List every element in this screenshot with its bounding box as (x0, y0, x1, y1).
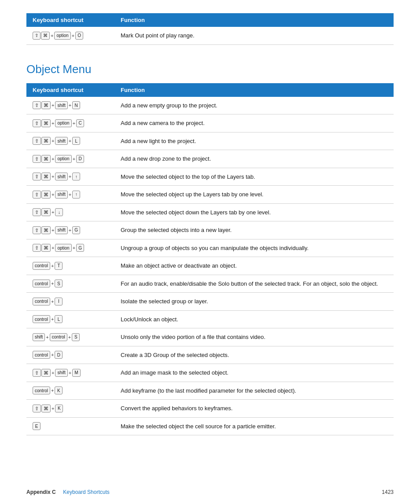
plus-sign: + (51, 298, 54, 305)
table-row: ⇧⌘+option+DAdd a new drop zone to the pr… (26, 150, 394, 168)
key-s: S (55, 280, 63, 287)
function-cell: Group the selected objects into a new la… (114, 221, 394, 239)
key-control: control (50, 333, 67, 341)
key-symbol: ⇧ (33, 244, 41, 252)
shortcut-cell: ⇧⌘+shift+M (26, 364, 114, 382)
function-cell: Add keyframe (to the last modified param… (114, 382, 394, 400)
plus-sign: + (68, 173, 72, 180)
key-option: option (55, 155, 71, 163)
function-cell: For an audio track, enable/disable the S… (114, 275, 394, 293)
function-cell: Lock/Unlock an object. (114, 310, 394, 328)
appendix-label: Appendix C (26, 489, 56, 495)
table-row: control+IIsolate the selected group or l… (26, 293, 394, 311)
shortcut-cell: ⇧⌘+shift+N (26, 97, 114, 114)
table-row: control+TMake an object active or deacti… (26, 257, 394, 275)
key-symbol: ⇧ (33, 191, 41, 199)
key-symbol: ⌘ (41, 101, 51, 109)
function-cell: Convert the applied behaviors to keyfram… (114, 400, 394, 418)
key-combo: control+S (33, 280, 108, 287)
shortcut-cell: control+I (26, 293, 114, 311)
plus-sign: + (51, 262, 54, 270)
key-k: K (55, 386, 63, 394)
key-symbol: ⇧ (33, 155, 41, 163)
plus-sign: + (51, 244, 55, 252)
section-heading: Object Menu (26, 63, 394, 76)
plus-sign: + (68, 227, 72, 234)
key-control: control (33, 386, 50, 394)
key-symbol: ⇧ (33, 137, 41, 145)
key-combo: ⇧⌘+shift+N (33, 101, 108, 109)
key-g: G (72, 226, 80, 234)
plus-sign: + (72, 120, 76, 127)
key-option: option (55, 119, 71, 127)
function-cell: Add a new drop zone to the project. (114, 150, 394, 168)
plus-sign: + (51, 280, 54, 287)
key-symbol: ⇧ (33, 101, 41, 109)
function-cell: Add a new light to the project. (114, 132, 394, 150)
shortcut-cell: ⇧⌘+option+G (26, 239, 114, 257)
key-combo: ⇧⌘+shift+L (33, 137, 108, 145)
plus-sign: + (72, 155, 76, 163)
key-shift: shift (33, 333, 45, 341)
key-shift: shift (55, 191, 67, 199)
table-row: ⇧⌘+shift+LAdd a new light to the project… (26, 132, 394, 150)
function-cell: Mark Out point of play range. (114, 27, 394, 44)
shortcut-cell: control+S (26, 275, 114, 293)
plus-sign: + (50, 32, 54, 40)
key-t: T (55, 262, 63, 270)
plus-sign: + (51, 387, 54, 394)
key-shift: shift (55, 226, 67, 234)
shortcut-cell: E (26, 417, 114, 435)
shortcut-cell: control+K (26, 382, 114, 400)
key-symbol: ⇧ (33, 119, 41, 127)
key-combo: ⇧⌘+↓ (33, 208, 108, 216)
key-shift: shift (55, 173, 67, 180)
key-symbol: ⌘ (41, 369, 51, 377)
plus-sign: + (51, 369, 55, 377)
shortcut-cell: control+L (26, 310, 114, 328)
key-cmd: ⌘ (41, 32, 50, 40)
key-control: control (33, 351, 50, 359)
key-combo: shift+control+S (33, 333, 108, 341)
function-cell: Make the selected object the cell source… (114, 417, 394, 435)
key-symbol: ⇧ (33, 369, 41, 377)
shortcut-cell: ⇧⌘+shift+L (26, 132, 114, 150)
plus-sign: + (68, 137, 72, 145)
key-↑: ↑ (72, 191, 80, 199)
appendix-link: Keyboard Shortcuts (63, 489, 109, 495)
key-combo: control+I (33, 298, 108, 305)
key-combo: ⇧⌘+option+C (33, 119, 108, 127)
shortcut-cell: ⇧⌘+↓ (26, 203, 114, 221)
key-symbol: ⌘ (41, 155, 51, 163)
shortcut-cell: ⇧⌘+K (26, 400, 114, 418)
shortcut-cell: ⇧⌘+shift+↑ (26, 186, 114, 204)
function-cell: Make an object active or deactivate an o… (114, 257, 394, 275)
plus-sign: + (51, 209, 55, 216)
key-option: option (55, 244, 71, 252)
shortcut-cell: shift+control+S (26, 328, 114, 346)
shortcut-cell: control+D (26, 346, 114, 364)
plus-sign: + (51, 351, 54, 359)
function-cell: Ungroup a group of objects so you can ma… (114, 239, 394, 257)
key-symbol: ⌘ (41, 405, 51, 412)
key-shift: shift (55, 369, 67, 377)
table-row: shift+control+SUnsolo only the video por… (26, 328, 394, 346)
key-e: E (33, 422, 41, 430)
key-combo: ⇧⌘+K (33, 405, 108, 412)
table-row: control+KAdd keyframe (to the last modif… (26, 382, 394, 400)
key-symbol: ⌘ (41, 244, 51, 252)
table-row: ⇧⌘+↓Move the selected object down the La… (26, 203, 394, 221)
table-row: ⇧⌘+shift+↑Move the selected object up th… (26, 186, 394, 204)
key-symbol: ⌘ (41, 208, 51, 216)
key-symbol: ⇧ (33, 208, 41, 216)
key-control: control (33, 280, 50, 287)
key-o: O (75, 32, 83, 40)
plus-sign: + (68, 334, 71, 341)
plus-sign: + (51, 137, 55, 145)
key-combo: control+L (33, 315, 108, 323)
key-combo: ⇧⌘+shift+↑ (33, 191, 108, 199)
key-d: D (76, 155, 84, 163)
key-symbol: ⌘ (41, 191, 51, 199)
shortcut-cell: control+T (26, 257, 114, 275)
table-row: ⇧⌘+shift+NAdd a new empty group to the p… (26, 97, 394, 114)
